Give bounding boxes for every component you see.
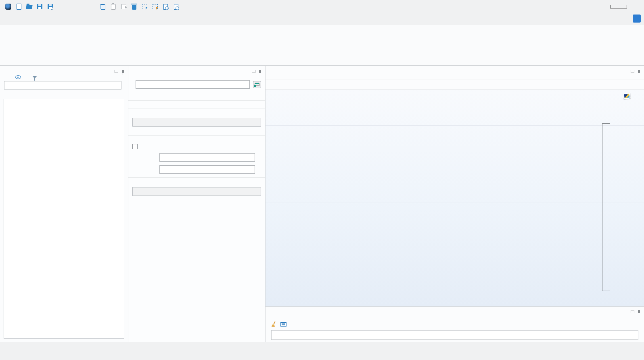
clear-messages-icon[interactable]	[271, 321, 277, 327]
run-button[interactable]	[56, 2, 66, 12]
close-button[interactable]	[627, 0, 644, 13]
open-messages-window-icon[interactable]	[280, 322, 286, 327]
deselect-box-button[interactable]	[150, 2, 160, 12]
find-button[interactable]	[161, 2, 171, 12]
filter-funnel-button[interactable]	[32, 76, 37, 79]
panel-pin-icon[interactable]	[638, 70, 640, 73]
panel-maximize-icon[interactable]	[252, 70, 255, 73]
select-box-button[interactable]	[140, 2, 150, 12]
equation-display	[132, 130, 261, 135]
comsol-logo-icon	[3, 2, 13, 12]
panel-maximize-icon[interactable]	[631, 70, 634, 73]
paste-button[interactable]	[108, 2, 118, 12]
graphics-tab-bar	[266, 66, 644, 79]
redo-button[interactable]	[77, 2, 87, 12]
graphics-column	[266, 66, 644, 342]
panel-maximize-icon[interactable]	[115, 70, 118, 73]
battery-pack-3d-model	[266, 90, 644, 306]
soc-input[interactable]	[159, 165, 255, 174]
messages-output	[271, 330, 638, 340]
ribbon	[0, 25, 644, 66]
panel-pin-icon[interactable]	[259, 70, 261, 73]
model-builder-toolbar	[0, 74, 128, 81]
model-tree	[4, 99, 124, 339]
minimize-button[interactable]	[593, 0, 610, 13]
toolbar-overflow-button[interactable]	[182, 2, 192, 12]
open-file-button[interactable]	[24, 2, 34, 12]
panel-pin-icon[interactable]	[638, 310, 640, 313]
plot-thumbnail-icon[interactable]	[623, 93, 630, 99]
maximize-button[interactable]	[610, 0, 627, 13]
tree-filter-input[interactable]	[4, 81, 121, 89]
status-bar	[0, 342, 644, 360]
menu-bar	[0, 13, 644, 25]
delete-button[interactable]	[129, 2, 139, 12]
section-cell-equilibrium-potential[interactable]	[132, 178, 261, 185]
settings-panel	[128, 66, 266, 342]
new-file-button[interactable]	[14, 2, 24, 12]
section-equation[interactable]	[132, 108, 261, 116]
graphics-toolbar	[266, 79, 644, 90]
section-override[interactable]	[132, 101, 261, 108]
equation-study-select[interactable]	[132, 118, 261, 127]
find-replace-button[interactable]	[171, 2, 181, 12]
section-battery-pack-settings[interactable]	[132, 136, 261, 143]
rename-button[interactable]	[253, 81, 261, 88]
specify-from-materials-checkbox[interactable]	[132, 144, 138, 149]
duplicate-button[interactable]	[119, 2, 129, 12]
settings-subtitle	[128, 74, 265, 77]
panel-pin-icon[interactable]	[122, 70, 124, 73]
section-domain-selection[interactable]	[132, 93, 261, 100]
graphics-canvas[interactable]	[266, 90, 644, 306]
capacity-input[interactable]	[159, 153, 255, 162]
title-bar	[0, 0, 644, 13]
model-builder-panel	[0, 66, 128, 342]
save-button[interactable]	[35, 2, 45, 12]
help-button[interactable]	[633, 15, 641, 23]
messages-panel	[266, 306, 644, 342]
copy-button[interactable]	[98, 2, 108, 12]
label-input[interactable]	[136, 80, 250, 89]
panel-maximize-icon[interactable]	[631, 310, 634, 313]
cut-button[interactable]	[87, 2, 97, 12]
show-eye-button[interactable]	[15, 75, 21, 79]
undo-button[interactable]	[66, 2, 76, 12]
messages-tab-bar	[266, 307, 644, 319]
save-as-button[interactable]	[45, 2, 55, 12]
specify-select[interactable]	[132, 187, 261, 196]
